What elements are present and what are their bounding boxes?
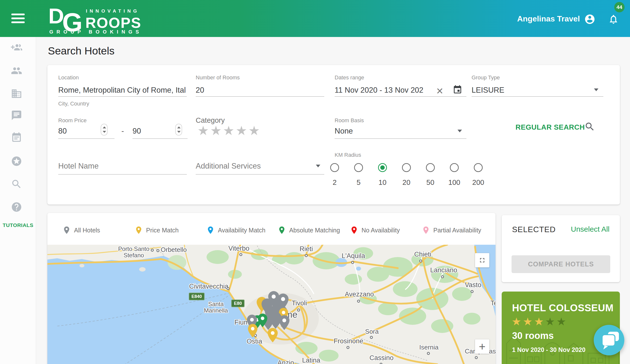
legend-label: Partial Availability	[433, 227, 481, 234]
star-gold-icon: ★	[512, 316, 523, 328]
room-price-max-input[interactable]: 90	[132, 127, 141, 136]
star-gold-icon: ★	[523, 316, 534, 328]
sidebar: TUTORIALS	[0, 37, 36, 364]
legend-label: Price Match	[146, 227, 179, 234]
star-dark-icon: ★	[545, 316, 556, 328]
account-name[interactable]: Angelinas Travel	[494, 14, 580, 23]
radio-icon[interactable]	[378, 163, 387, 172]
location-input[interactable]: Rome, Metropolitan City of Rome, Ital	[58, 86, 186, 95]
app-header: D G INNOVATING ROOPS GROUP BOOKINGS Ange…	[0, 0, 630, 37]
group-type-arrow-icon[interactable]	[594, 88, 598, 91]
radio-icon[interactable]	[450, 163, 459, 172]
price-max-stepper[interactable]	[175, 124, 182, 136]
map-zoom-in-button[interactable]: +	[475, 339, 489, 354]
map-fullscreen-button[interactable]	[475, 253, 489, 267]
brand-logo: D G INNOVATING ROOPS GROUP BOOKINGS	[48, 3, 154, 34]
legend-item-green-pin: Absolute Matching	[277, 224, 340, 237]
room-price-min-input[interactable]: 80	[58, 127, 67, 136]
category-star-icon[interactable]: ★	[236, 124, 247, 138]
room-basis-select[interactable]: None	[334, 127, 353, 136]
logo-innovating-text: INNOVATING	[86, 8, 139, 14]
logo-tagline: GROUP BOOKINGS	[49, 29, 142, 35]
rooms-input[interactable]: 20	[196, 86, 204, 95]
chat-widget-button[interactable]	[594, 325, 624, 355]
category-star-rating[interactable]: ★★★★★	[198, 123, 261, 138]
account-icon[interactable]	[584, 13, 596, 25]
logo-roops-text: ROOPS	[86, 14, 142, 31]
category-star-icon[interactable]: ★	[198, 124, 209, 138]
legend-label: Absolute Matching	[289, 227, 340, 234]
dates-input[interactable]: 11 Nov 2020 - 13 Nov 202	[334, 86, 424, 95]
km-radius-option-5[interactable]: 5	[347, 163, 370, 186]
map-pins	[48, 245, 496, 364]
notification-count-badge: 44	[614, 2, 624, 12]
km-radius-option-200[interactable]: 200	[466, 163, 490, 186]
star-gold-icon: ★	[534, 316, 545, 328]
compare-hotels-button[interactable]: COMPARE HOTELS	[512, 255, 610, 273]
legend-label: All Hotels	[74, 227, 100, 234]
legend-item-blue-pin: Availability Match	[206, 224, 266, 237]
additional-services-arrow-icon[interactable]	[316, 165, 320, 167]
clear-dates-icon[interactable]: ✕	[436, 87, 444, 96]
group-type-label: Group Type	[472, 74, 500, 81]
favorites-star-icon[interactable]	[11, 156, 22, 167]
km-radius-option-2[interactable]: 2	[323, 163, 346, 186]
regular-search-magnifier-ic[interactable]	[584, 121, 595, 132]
rooms-label: Number of Rooms	[196, 74, 240, 81]
hotel-star-rating: ★★★★★	[512, 315, 568, 328]
category-star-icon[interactable]: ★	[248, 124, 260, 138]
hotel-rooms: 30 rooms	[512, 331, 554, 341]
add-group-icon[interactable]	[11, 42, 22, 53]
radio-icon[interactable]	[354, 163, 363, 172]
search-icon[interactable]	[11, 179, 22, 190]
star-dark-icon: ★	[556, 316, 568, 328]
calendar-icon[interactable]	[11, 132, 22, 143]
legend-item-yellow-pin: Price Match	[134, 224, 179, 237]
hotel-name: HOTEL COLOSSEUM	[512, 302, 614, 314]
km-radius-option-100[interactable]: 100	[442, 163, 466, 186]
room-basis-arrow-icon[interactable]	[458, 130, 462, 132]
radio-label: 20	[394, 179, 418, 186]
unselect-all-button[interactable]: Unselect All	[571, 225, 610, 233]
legend-label: Availability Match	[218, 227, 266, 234]
radio-label: 100	[442, 179, 466, 186]
help-icon[interactable]	[11, 201, 22, 213]
hotels-icon[interactable]	[11, 88, 22, 99]
groups-icon[interactable]	[11, 65, 22, 76]
hotel-name-input[interactable]: Hotel Name	[58, 162, 99, 171]
radio-icon[interactable]	[426, 163, 435, 172]
radio-icon[interactable]	[474, 163, 483, 172]
notifications-bell-icon[interactable]	[608, 14, 619, 25]
selected-title: SELECTED	[512, 225, 556, 234]
legend-item-gray-pin: All Hotels	[62, 224, 100, 237]
category-star-icon[interactable]: ★	[223, 124, 234, 138]
group-type-select[interactable]: LEISURE	[472, 86, 504, 95]
radio-icon[interactable]	[330, 163, 339, 172]
calendar-picker-icon[interactable]	[452, 85, 462, 95]
km-radius-option-20[interactable]: 20	[394, 163, 418, 186]
dates-label: Dates range	[334, 74, 364, 81]
selected-panel: SELECTED Unselect All COMPARE HOTELS	[502, 215, 620, 282]
radio-label: 5	[347, 179, 370, 186]
hotel-pin-yellow[interactable]	[244, 323, 261, 340]
regular-search-button[interactable]: REGULAR SEARCH	[516, 123, 585, 131]
radio-label: 2	[323, 179, 346, 186]
radio-label: 10	[371, 179, 394, 186]
km-radius-option-10[interactable]: 10	[371, 163, 394, 186]
logo-letter-d: D	[48, 3, 63, 29]
km-radius-option-50[interactable]: 50	[418, 163, 442, 186]
menu-icon[interactable]	[11, 13, 25, 24]
additional-services-select[interactable]: Additional Services	[196, 162, 261, 171]
location-helper: City, Country	[58, 101, 89, 107]
map[interactable]: Porto SantoStefanoOrbetelloViterboRietiL…	[48, 245, 496, 364]
radio-icon[interactable]	[402, 163, 411, 172]
map-card: All Hotels Price Match Availability Matc…	[48, 213, 496, 364]
price-min-stepper[interactable]	[101, 124, 108, 136]
radio-label: 50	[418, 179, 442, 186]
sidebar-item-tutorials[interactable]: TUTORIALS	[0, 222, 36, 228]
hotel-pin-yellow[interactable]	[264, 327, 281, 345]
category-star-icon[interactable]: ★	[210, 124, 222, 138]
messages-icon[interactable]	[11, 110, 22, 121]
location-label: Location	[58, 74, 79, 81]
legend-label: No Availability	[362, 227, 400, 234]
